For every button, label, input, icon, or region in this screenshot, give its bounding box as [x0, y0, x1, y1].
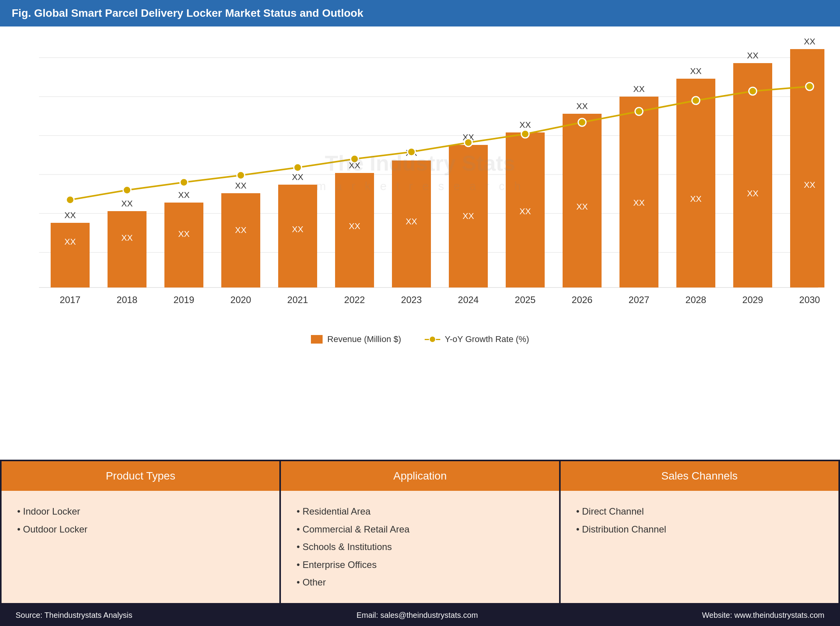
legend-line-label: Y-oY Growth Rate (%) — [445, 334, 529, 344]
svg-text:XX: XX — [747, 51, 759, 60]
svg-text:XX: XX — [576, 202, 588, 212]
svg-point-62 — [806, 83, 814, 90]
svg-text:XX: XX — [64, 210, 76, 220]
chart-title: Fig. Global Smart Parcel Delivery Locker… — [12, 7, 364, 19]
svg-text:2022: 2022 — [344, 294, 365, 305]
chart-svg: XX XX XX XX XX XX XX XX XX XX XX XX XX X… — [16, 38, 824, 330]
svg-text:2030: 2030 — [799, 294, 820, 305]
svg-text:XX: XX — [178, 229, 190, 239]
svg-text:XX: XX — [235, 181, 247, 190]
svg-text:XX: XX — [64, 237, 76, 247]
footer: Source: Theindustrystats Analysis Email:… — [0, 605, 840, 626]
svg-text:XX: XX — [633, 198, 645, 208]
svg-point-52 — [237, 171, 245, 179]
svg-text:XX: XX — [804, 180, 815, 190]
svg-point-49 — [66, 196, 74, 204]
svg-text:2019: 2019 — [173, 294, 194, 305]
svg-rect-9 — [164, 203, 203, 287]
svg-rect-11 — [278, 185, 317, 287]
svg-point-57 — [521, 130, 529, 138]
list-item: • Enterprise Offices — [296, 556, 543, 574]
svg-text:XX: XX — [576, 101, 588, 111]
svg-point-59 — [635, 108, 643, 115]
svg-point-50 — [123, 186, 131, 194]
list-item: • Indoor Locker — [17, 503, 264, 520]
svg-text:XX: XX — [804, 38, 815, 46]
svg-text:2026: 2026 — [572, 294, 592, 305]
svg-rect-19 — [733, 63, 772, 287]
application-header: Application — [281, 461, 559, 491]
svg-text:2023: 2023 — [401, 294, 422, 305]
svg-point-61 — [749, 87, 757, 95]
svg-text:2021: 2021 — [287, 294, 308, 305]
svg-text:XX: XX — [121, 199, 133, 208]
svg-rect-17 — [619, 97, 658, 287]
svg-text:XX: XX — [519, 120, 531, 130]
legend-bar-label: Revenue (Million $) — [327, 334, 401, 344]
application-body: • Residential Area • Commercial & Retail… — [281, 491, 559, 603]
svg-text:XX: XX — [292, 224, 304, 234]
svg-point-51 — [180, 178, 188, 186]
chart-header: Fig. Global Smart Parcel Delivery Locker… — [0, 0, 840, 26]
svg-text:m a r k e t   r e s e a r c h: m a r k e t r e s e a r c h — [316, 180, 524, 192]
footer-website: Website: www.theindustrystats.com — [702, 611, 824, 620]
sales-channels-panel: Sales Channels • Direct Channel • Distri… — [561, 461, 838, 603]
svg-text:XX: XX — [121, 233, 133, 243]
svg-text:2024: 2024 — [458, 294, 478, 305]
footer-source: Source: Theindustrystats Analysis — [16, 611, 132, 620]
svg-text:XX: XX — [690, 194, 702, 204]
svg-text:XX: XX — [178, 190, 190, 200]
svg-text:XX: XX — [690, 66, 702, 76]
list-item: • Direct Channel — [576, 503, 823, 520]
legend-line-icon — [425, 339, 440, 340]
svg-text:XX: XX — [406, 217, 417, 226]
svg-text:XX: XX — [235, 225, 247, 235]
svg-rect-8 — [108, 211, 146, 287]
list-item: • Residential Area — [296, 503, 543, 520]
svg-rect-7 — [51, 223, 90, 287]
svg-text:2029: 2029 — [742, 294, 763, 305]
legend-bar: Revenue (Million $) — [311, 334, 401, 344]
chart-legend: Revenue (Million $) Y-oY Growth Rate (%) — [16, 334, 824, 344]
sales-channels-body: • Direct Channel • Distribution Channel — [561, 491, 838, 603]
svg-rect-16 — [563, 114, 602, 287]
list-item: • Outdoor Locker — [17, 520, 264, 538]
svg-text:2025: 2025 — [515, 294, 535, 305]
product-types-panel: Product Types • Indoor Locker • Outdoor … — [2, 461, 279, 603]
svg-text:XX: XX — [747, 189, 759, 198]
sales-channels-header: Sales Channels — [561, 461, 838, 491]
product-types-header: Product Types — [2, 461, 279, 491]
svg-text:XX: XX — [349, 221, 360, 231]
chart-area: XX XX XX XX XX XX XX XX XX XX XX XX XX X… — [0, 26, 840, 460]
svg-text:2018: 2018 — [116, 294, 137, 305]
product-types-body: • Indoor Locker • Outdoor Locker — [2, 491, 279, 603]
legend-line: Y-oY Growth Rate (%) — [425, 334, 529, 344]
svg-point-56 — [464, 139, 472, 146]
svg-text:2028: 2028 — [685, 294, 706, 305]
bottom-panels: Product Types • Indoor Locker • Outdoor … — [0, 460, 840, 605]
chart-wrapper: XX XX XX XX XX XX XX XX XX XX XX XX XX X… — [16, 38, 824, 330]
svg-text:XX: XX — [519, 206, 531, 216]
svg-rect-18 — [676, 79, 715, 287]
list-item: • Commercial & Retail Area — [296, 520, 543, 538]
legend-bar-icon — [311, 335, 323, 344]
application-panel: Application • Residential Area • Commerc… — [281, 461, 559, 603]
svg-text:2017: 2017 — [60, 294, 80, 305]
svg-point-53 — [294, 164, 302, 171]
svg-text:XX: XX — [462, 211, 474, 221]
list-item: • Other — [296, 573, 543, 591]
svg-text:2027: 2027 — [628, 294, 649, 305]
svg-rect-10 — [221, 193, 260, 287]
footer-email: Email: sales@theindustrystats.com — [356, 611, 478, 620]
svg-text:The Industry Stats: The Industry Stats — [325, 151, 515, 175]
svg-point-60 — [692, 97, 700, 104]
svg-text:2020: 2020 — [230, 294, 251, 305]
main-container: Fig. Global Smart Parcel Delivery Locker… — [0, 0, 840, 626]
list-item: • Distribution Channel — [576, 520, 823, 538]
svg-point-58 — [578, 118, 586, 126]
svg-text:XX: XX — [633, 84, 645, 94]
list-item: • Schools & Institutions — [296, 538, 543, 556]
svg-text:XX: XX — [292, 172, 304, 182]
